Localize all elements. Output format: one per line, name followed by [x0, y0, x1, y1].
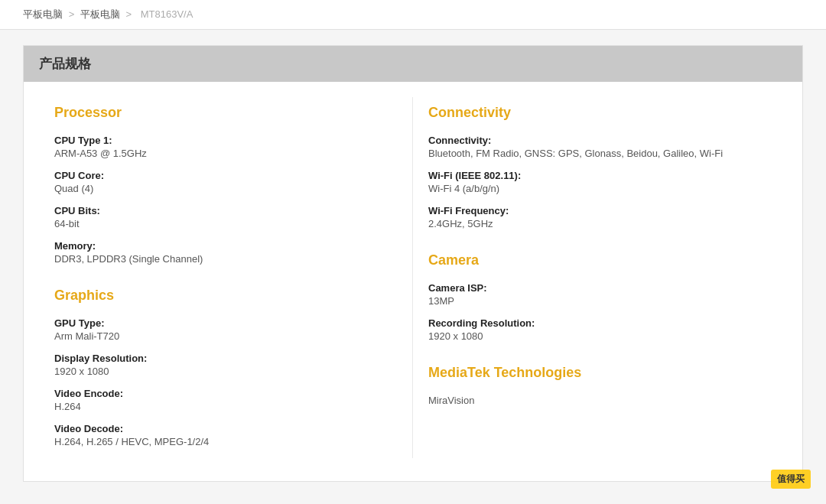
video-decode-group: Video Decode: H.264, H.265 / HEVC, MPEG-… — [54, 423, 397, 447]
video-decode-label: Video Decode: — [54, 423, 397, 434]
memory-label: Memory: — [54, 240, 397, 252]
wifi-freq-value: 2.4GHz, 5GHz — [428, 218, 772, 229]
wifi-ieee-group: Wi-Fi (IEEE 802.11): Wi-Fi 4 (a/b/g/n) — [428, 170, 772, 194]
camera-isp-value: 13MP — [428, 295, 772, 307]
mediatek-divider: MediaTek Technologies — [428, 365, 772, 381]
breadcrumb-link-2[interactable]: 平板电脑 — [80, 8, 120, 20]
breadcrumb-sep-1: > — [69, 8, 77, 20]
cpu-bits-group: CPU Bits: 64-bit — [54, 205, 397, 229]
breadcrumb-current: MT8163V/A — [141, 8, 193, 20]
video-encode-group: Video Encode: H.264 — [54, 388, 397, 412]
cpu-core-group: CPU Core: Quad (4) — [54, 170, 397, 194]
memory-value: DDR3, LPDDR3 (Single Channel) — [54, 253, 397, 265]
recording-res-label: Recording Resolution: — [428, 317, 772, 329]
display-resolution-value: 1920 x 1080 — [54, 366, 397, 377]
wifi-freq-label: Wi-Fi Frequency: — [428, 205, 772, 216]
breadcrumb-sep-2: > — [125, 8, 134, 20]
camera-title: Camera — [428, 252, 772, 268]
connectivity-group: Connectivity: Bluetooth, FM Radio, GNSS:… — [428, 135, 772, 159]
recording-res-group: Recording Resolution: 1920 x 1080 — [428, 317, 772, 342]
connectivity-label: Connectivity: — [428, 135, 772, 146]
display-resolution-label: Display Resolution: — [54, 353, 397, 364]
left-column: Processor CPU Type 1: ARM-A53 @ 1.5GHz C… — [39, 97, 413, 458]
spec-grid: Processor CPU Type 1: ARM-A53 @ 1.5GHz C… — [24, 82, 802, 481]
section-header: 产品规格 — [24, 46, 802, 82]
video-encode-label: Video Encode: — [54, 388, 397, 399]
breadcrumb: 平板电脑 > 平板电脑 > MT8163V/A — [0, 0, 826, 30]
breadcrumb-link-1[interactable]: 平板电脑 — [23, 8, 63, 20]
camera-isp-label: Camera ISP: — [428, 282, 772, 294]
mediatek-title: MediaTek Technologies — [428, 365, 772, 381]
right-column: Connectivity Connectivity: Bluetooth, FM… — [413, 97, 787, 458]
mediatek-group: MiraVision — [428, 395, 772, 406]
connectivity-value: Bluetooth, FM Radio, GNSS: GPS, Glonass,… — [428, 148, 772, 159]
graphics-divider: Graphics — [54, 288, 397, 304]
video-encode-value: H.264 — [54, 401, 397, 412]
wifi-ieee-label: Wi-Fi (IEEE 802.11): — [428, 170, 772, 181]
display-resolution-group: Display Resolution: 1920 x 1080 — [54, 353, 397, 377]
camera-isp-group: Camera ISP: 13MP — [428, 282, 772, 307]
recording-res-value: 1920 x 1080 — [428, 330, 772, 342]
memory-group: Memory: DDR3, LPDDR3 (Single Channel) — [54, 240, 397, 265]
gpu-type-value: Arm Mali-T720 — [54, 330, 397, 342]
cpu-type-label: CPU Type 1: — [54, 135, 397, 146]
cpu-core-label: CPU Core: — [54, 170, 397, 181]
cpu-type-value: ARM-A53 @ 1.5GHz — [54, 148, 397, 159]
wifi-freq-group: Wi-Fi Frequency: 2.4GHz, 5GHz — [428, 205, 772, 229]
cpu-type-group: CPU Type 1: ARM-A53 @ 1.5GHz — [54, 135, 397, 159]
mediatek-value: MiraVision — [428, 395, 772, 406]
watermark-text: 值得买 — [777, 473, 805, 484]
graphics-title: Graphics — [54, 288, 397, 304]
processor-title: Processor — [54, 105, 397, 121]
gpu-type-label: GPU Type: — [54, 317, 397, 329]
wifi-ieee-value: Wi-Fi 4 (a/b/g/n) — [428, 183, 772, 194]
cpu-bits-label: CPU Bits: — [54, 205, 397, 216]
gpu-type-group: GPU Type: Arm Mali-T720 — [54, 317, 397, 342]
cpu-bits-value: 64-bit — [54, 218, 397, 229]
cpu-core-value: Quad (4) — [54, 183, 397, 194]
connectivity-title: Connectivity — [428, 105, 772, 121]
main-content: 产品规格 Processor CPU Type 1: ARM-A53 @ 1.5… — [23, 45, 803, 482]
section-header-title: 产品规格 — [39, 57, 91, 71]
video-decode-value: H.264, H.265 / HEVC, MPEG-1/2/4 — [54, 436, 397, 447]
camera-divider: Camera — [428, 252, 772, 268]
watermark: 值得买 — [771, 470, 811, 489]
